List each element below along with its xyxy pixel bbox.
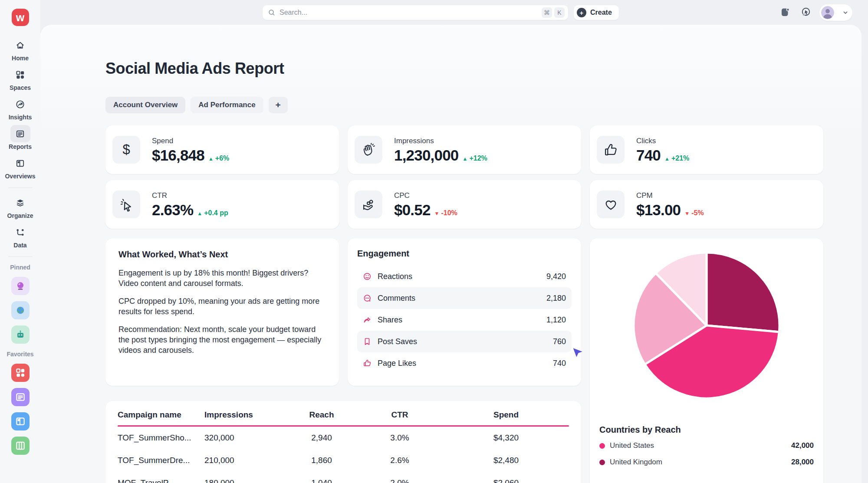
engagement-label: Reactions: [378, 272, 412, 281]
campaign-table-card[interactable]: Campaign nameImpressionsReachCTRSpend TO…: [105, 401, 581, 483]
triangle-up-icon: ▲: [664, 156, 670, 162]
sidebar-item-insights[interactable]: Insights: [5, 95, 35, 121]
legend-label: United States: [610, 441, 654, 450]
kpi-delta: ▲+12%: [463, 154, 487, 162]
engagement-card[interactable]: Engagement Reactions 9,420 Comments 2,18…: [348, 238, 581, 386]
kpi-delta: ▼-5%: [684, 209, 704, 217]
chevron-down-icon: [843, 10, 848, 15]
search-input[interactable]: Search... ⌘K: [263, 5, 568, 20]
kpi-delta: ▼-10%: [434, 209, 457, 217]
thumb-small-icon: [363, 359, 372, 368]
kpi-card-cpm[interactable]: CPM $13.00 ▼-5%: [590, 180, 823, 229]
fav-report-icon: [15, 391, 26, 403]
notes-paragraph: CPC dropped by 10%, meaning your ads are…: [118, 296, 326, 317]
pinned-tile-crystal-ball[interactable]: [11, 277, 30, 295]
kpi-value: $16,848: [152, 148, 204, 163]
fav-board-icon: [15, 440, 26, 451]
sidebar-item-data[interactable]: Data: [7, 223, 33, 249]
search-placeholder: Search...: [279, 9, 539, 16]
kpi-label: Impressions: [394, 137, 487, 145]
sidebar-divider: [8, 187, 33, 188]
tab-account-overview[interactable]: Account Overview: [105, 97, 185, 113]
legend-dot: [599, 460, 605, 465]
cursor-circle-icon[interactable]: [801, 7, 811, 17]
kpi-label: CPM: [636, 191, 704, 200]
countries-chart-card[interactable]: Countries by Reach United States 42,000 …: [590, 238, 823, 483]
kpi-delta: ▲+6%: [208, 154, 229, 162]
sidebar-item-overviews[interactable]: Overviews: [5, 154, 35, 180]
user-menu-button[interactable]: [819, 4, 852, 21]
kpi-label: Spend: [152, 137, 229, 145]
engagement-label: Comments: [378, 294, 415, 303]
engagement-value: 760: [553, 337, 566, 346]
pinned-tile-globe[interactable]: [11, 301, 30, 319]
pinned-tile-robot[interactable]: [11, 325, 30, 344]
legend-value: 28,000: [791, 458, 814, 467]
triangle-up-icon: ▲: [197, 210, 202, 217]
sidebar-item-label: Overviews: [5, 173, 35, 180]
sidebar-nav: Home Spaces Insights Reports Overviews: [5, 36, 35, 184]
create-button[interactable]: + Create: [574, 5, 619, 20]
favorite-tiles: [11, 364, 30, 461]
table-cell: 3.0%: [356, 433, 443, 443]
table-column-header: Spend: [443, 410, 569, 420]
kpi-delta: ▲+0.4 pp: [197, 209, 228, 217]
favorite-tile-fav-board[interactable]: [11, 437, 30, 455]
table-cell: TOF_SummerSho...: [118, 433, 204, 443]
kpi-value: $0.52: [394, 202, 431, 217]
collaborator-cursor: [572, 347, 583, 358]
notes-body: Engagement is up by 18% this month! Bigg…: [118, 268, 326, 356]
topbar: Search... ⌘K + Create: [40, 0, 868, 25]
home-icon: [10, 36, 30, 54]
sidebar-item-spaces[interactable]: Spaces: [5, 66, 35, 91]
table-cell: $2,060: [443, 478, 569, 483]
kpi-card-cpc[interactable]: CPC $0.52 ▼-10%: [348, 180, 581, 229]
kpi-card-ctr[interactable]: CTR 2.63% ▲+0.4 pp: [105, 180, 339, 229]
triangle-up-icon: ▲: [208, 156, 214, 162]
tab-ad-performance[interactable]: Ad Performance: [191, 97, 263, 113]
insights-icon: [10, 95, 30, 113]
kpi-card-spend[interactable]: $ Spend $16,848 ▲+6%: [105, 125, 339, 174]
app-logo[interactable]: w: [12, 9, 29, 26]
favorite-tile-fav-report[interactable]: [11, 388, 30, 406]
engagement-row-reactions: Reactions 9,420: [357, 266, 572, 287]
table-cell: 2.0%: [356, 478, 443, 483]
legend-row-united-kingdom: United Kingdom 28,000: [590, 454, 823, 470]
search-icon: [268, 9, 276, 16]
engagement-row-post-saves: Post Saves 760: [357, 331, 572, 352]
notes-card[interactable]: What Worked, What’s Next Engagement is u…: [105, 238, 339, 386]
table-column-header: Impressions: [204, 410, 287, 420]
clap-icon: [355, 136, 382, 164]
kpi-card-clicks[interactable]: Clicks 740 ▲+21%: [590, 125, 823, 174]
hand-coins-icon: [355, 191, 382, 218]
table-row: TOF_SummerDre...210,0001,8602.6%$2,480: [118, 449, 569, 472]
plus-icon: +: [577, 8, 586, 17]
main-panel: Social Media Ads Report Account Overview…: [40, 25, 861, 483]
robot-icon: [15, 329, 26, 340]
dollar-icon: $: [112, 136, 140, 164]
sidebar-item-home[interactable]: Home: [5, 36, 35, 62]
table-cell: MOF_TravelP...: [118, 478, 204, 483]
favorite-tile-fav-grid[interactable]: [11, 364, 30, 382]
sidebar-item-reports[interactable]: Reports: [5, 125, 35, 150]
cursor-click-icon: [112, 191, 140, 218]
sidebar-tools: Organize Data: [7, 194, 33, 253]
sidebar-item-label: Home: [12, 55, 29, 62]
table-header-row: Campaign nameImpressionsReachCTRSpend: [118, 404, 569, 425]
pie-slice: [707, 253, 779, 332]
sidebar-item-organize[interactable]: Organize: [7, 194, 33, 219]
triangle-up-icon: ▲: [463, 156, 468, 162]
engagement-row-comments: Comments 2,180: [357, 287, 572, 309]
thumbs-up-icon: [597, 136, 625, 164]
kpi-label: CPC: [394, 191, 457, 200]
favorite-tile-fav-layout[interactable]: [11, 412, 30, 430]
crystal-ball-icon: [15, 280, 26, 292]
notebook-icon[interactable]: [780, 7, 790, 17]
engagement-value: 9,420: [546, 272, 566, 281]
kpi-card-impressions[interactable]: Impressions 1,230,000 ▲+12%: [348, 125, 581, 174]
add-tab-button[interactable]: +: [269, 97, 288, 113]
table-cell: 1,040: [287, 478, 356, 483]
heart-icon: [597, 191, 625, 218]
table-cell: 320,000: [204, 433, 287, 443]
legend-value: 42,000: [791, 441, 814, 450]
